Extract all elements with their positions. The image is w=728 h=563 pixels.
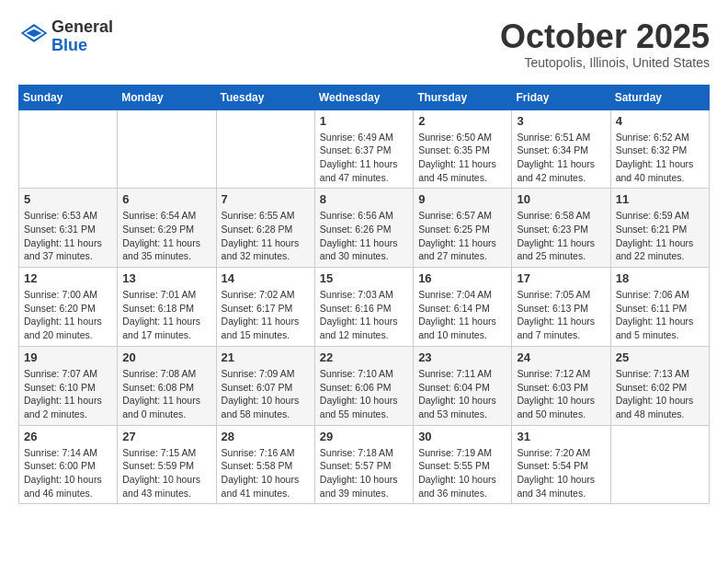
calendar-cell: 24Sunrise: 7:12 AM Sunset: 6:03 PM Dayli… — [512, 346, 610, 425]
day-number: 31 — [517, 430, 605, 443]
header-sunday: Sunday — [19, 85, 118, 109]
calendar-cell: 25Sunrise: 7:13 AM Sunset: 6:02 PM Dayli… — [610, 346, 709, 425]
calendar-cell: 10Sunrise: 6:58 AM Sunset: 6:23 PM Dayli… — [512, 189, 610, 268]
calendar-cell: 7Sunrise: 6:55 AM Sunset: 6:28 PM Daylig… — [216, 189, 314, 268]
calendar-cell: 19Sunrise: 7:07 AM Sunset: 6:10 PM Dayli… — [19, 346, 118, 425]
day-number: 29 — [320, 430, 408, 443]
day-info: Sunrise: 6:52 AM Sunset: 6:32 PM Dayligh… — [616, 131, 704, 185]
day-info: Sunrise: 7:04 AM Sunset: 6:14 PM Dayligh… — [418, 288, 506, 342]
calendar-cell: 27Sunrise: 7:15 AM Sunset: 5:59 PM Dayli… — [118, 425, 216, 504]
day-number: 14 — [222, 271, 310, 285]
day-number: 13 — [122, 271, 210, 285]
calendar-cell: 3Sunrise: 6:51 AM Sunset: 6:34 PM Daylig… — [512, 109, 610, 189]
calendar-cell: 18Sunrise: 7:06 AM Sunset: 6:11 PM Dayli… — [610, 268, 709, 347]
header-thursday: Thursday — [414, 85, 512, 109]
calendar-cell: 28Sunrise: 7:16 AM Sunset: 5:58 PM Dayli… — [216, 425, 314, 504]
day-number: 23 — [418, 350, 506, 364]
calendar-header-row: SundayMondayTuesdayWednesdayThursdayFrid… — [19, 85, 710, 109]
day-info: Sunrise: 7:15 AM Sunset: 5:59 PM Dayligh… — [122, 446, 210, 500]
calendar-table: SundayMondayTuesdayWednesdayThursdayFrid… — [18, 85, 710, 505]
day-number: 22 — [320, 350, 408, 364]
day-number: 5 — [24, 192, 112, 206]
day-number: 2 — [418, 114, 506, 128]
calendar-cell: 31Sunrise: 7:20 AM Sunset: 5:54 PM Dayli… — [512, 425, 610, 504]
calendar-cell: 21Sunrise: 7:09 AM Sunset: 6:07 PM Dayli… — [216, 346, 314, 425]
day-info: Sunrise: 7:00 AM Sunset: 6:20 PM Dayligh… — [24, 288, 112, 342]
calendar-cell: 14Sunrise: 7:02 AM Sunset: 6:17 PM Dayli… — [216, 268, 314, 347]
day-number: 21 — [222, 350, 310, 364]
day-info: Sunrise: 7:01 AM Sunset: 6:18 PM Dayligh… — [122, 288, 210, 342]
calendar-cell: 4Sunrise: 6:52 AM Sunset: 6:32 PM Daylig… — [610, 109, 709, 189]
calendar-cell: 20Sunrise: 7:08 AM Sunset: 6:08 PM Dayli… — [118, 346, 216, 425]
day-number: 24 — [517, 350, 605, 364]
calendar-cell — [19, 109, 118, 189]
day-info: Sunrise: 7:10 AM Sunset: 6:06 PM Dayligh… — [320, 367, 408, 421]
calendar-cell: 22Sunrise: 7:10 AM Sunset: 6:06 PM Dayli… — [314, 346, 413, 425]
day-number: 18 — [616, 271, 704, 285]
day-number: 26 — [24, 430, 112, 443]
day-info: Sunrise: 6:57 AM Sunset: 6:25 PM Dayligh… — [418, 209, 506, 263]
day-number: 1 — [320, 114, 408, 128]
header-saturday: Saturday — [610, 85, 709, 109]
logo: General Blue — [18, 18, 113, 55]
calendar-cell: 23Sunrise: 7:11 AM Sunset: 6:04 PM Dayli… — [414, 346, 512, 425]
day-number: 25 — [616, 350, 704, 364]
calendar-cell: 13Sunrise: 7:01 AM Sunset: 6:18 PM Dayli… — [118, 268, 216, 347]
header-tuesday: Tuesday — [216, 85, 314, 109]
calendar-cell — [610, 425, 709, 504]
calendar-cell: 2Sunrise: 6:50 AM Sunset: 6:35 PM Daylig… — [414, 109, 512, 189]
day-info: Sunrise: 7:02 AM Sunset: 6:17 PM Dayligh… — [222, 288, 310, 342]
calendar-cell: 5Sunrise: 6:53 AM Sunset: 6:31 PM Daylig… — [19, 189, 118, 268]
day-info: Sunrise: 7:08 AM Sunset: 6:08 PM Dayligh… — [122, 367, 210, 421]
day-info: Sunrise: 6:49 AM Sunset: 6:37 PM Dayligh… — [320, 131, 408, 185]
day-number: 27 — [122, 430, 210, 443]
header-monday: Monday — [118, 85, 216, 109]
day-number: 8 — [320, 192, 408, 206]
day-number: 16 — [418, 271, 506, 285]
day-info: Sunrise: 6:59 AM Sunset: 6:21 PM Dayligh… — [616, 209, 704, 263]
calendar-cell: 9Sunrise: 6:57 AM Sunset: 6:25 PM Daylig… — [414, 189, 512, 268]
day-info: Sunrise: 7:18 AM Sunset: 5:57 PM Dayligh… — [320, 446, 408, 500]
day-number: 10 — [517, 192, 605, 206]
day-number: 6 — [122, 192, 210, 206]
logo-line2: Blue — [51, 37, 113, 55]
day-number: 9 — [418, 192, 506, 206]
calendar-week-row: 19Sunrise: 7:07 AM Sunset: 6:10 PM Dayli… — [19, 346, 710, 425]
day-info: Sunrise: 7:14 AM Sunset: 6:00 PM Dayligh… — [24, 446, 112, 500]
day-info: Sunrise: 7:12 AM Sunset: 6:03 PM Dayligh… — [517, 367, 605, 421]
day-info: Sunrise: 6:53 AM Sunset: 6:31 PM Dayligh… — [24, 209, 112, 263]
day-info: Sunrise: 7:16 AM Sunset: 5:58 PM Dayligh… — [222, 446, 310, 500]
day-number: 20 — [122, 350, 210, 364]
day-info: Sunrise: 6:54 AM Sunset: 6:29 PM Dayligh… — [122, 209, 210, 263]
day-info: Sunrise: 7:11 AM Sunset: 6:04 PM Dayligh… — [418, 367, 506, 421]
day-number: 11 — [616, 192, 704, 206]
day-info: Sunrise: 6:58 AM Sunset: 6:23 PM Dayligh… — [517, 209, 605, 263]
day-info: Sunrise: 7:13 AM Sunset: 6:02 PM Dayligh… — [616, 367, 704, 421]
month-title: October 2025 — [500, 18, 710, 55]
logo-icon — [20, 24, 48, 42]
calendar-cell: 11Sunrise: 6:59 AM Sunset: 6:21 PM Dayli… — [610, 189, 709, 268]
logo-line1: General — [51, 18, 113, 37]
day-number: 7 — [222, 192, 310, 206]
calendar-cell: 1Sunrise: 6:49 AM Sunset: 6:37 PM Daylig… — [314, 109, 413, 189]
day-info: Sunrise: 6:56 AM Sunset: 6:26 PM Dayligh… — [320, 209, 408, 263]
location: Teutopolis, Illinois, United States — [500, 55, 710, 70]
calendar-cell: 8Sunrise: 6:56 AM Sunset: 6:26 PM Daylig… — [314, 189, 413, 268]
day-info: Sunrise: 7:05 AM Sunset: 6:13 PM Dayligh… — [517, 288, 605, 342]
day-number: 15 — [320, 271, 408, 285]
day-info: Sunrise: 6:55 AM Sunset: 6:28 PM Dayligh… — [222, 209, 310, 263]
day-info: Sunrise: 7:03 AM Sunset: 6:16 PM Dayligh… — [320, 288, 408, 342]
day-number: 12 — [24, 271, 112, 285]
day-number: 30 — [418, 430, 506, 443]
header-wednesday: Wednesday — [314, 85, 413, 109]
day-info: Sunrise: 7:09 AM Sunset: 6:07 PM Dayligh… — [222, 367, 310, 421]
day-info: Sunrise: 6:50 AM Sunset: 6:35 PM Dayligh… — [418, 131, 506, 185]
calendar-cell: 30Sunrise: 7:19 AM Sunset: 5:55 PM Dayli… — [414, 425, 512, 504]
day-info: Sunrise: 7:20 AM Sunset: 5:54 PM Dayligh… — [517, 446, 605, 500]
calendar-cell: 17Sunrise: 7:05 AM Sunset: 6:13 PM Dayli… — [512, 268, 610, 347]
day-info: Sunrise: 7:06 AM Sunset: 6:11 PM Dayligh… — [616, 288, 704, 342]
header-friday: Friday — [512, 85, 610, 109]
day-number: 3 — [517, 114, 605, 128]
day-number: 19 — [24, 350, 112, 364]
calendar-cell — [216, 109, 314, 189]
